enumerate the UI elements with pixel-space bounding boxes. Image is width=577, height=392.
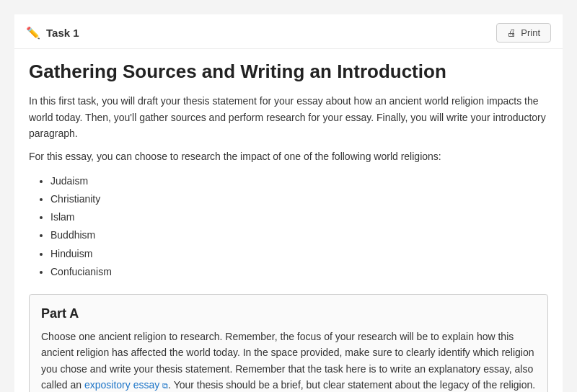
part-a-description: Choose one ancient religion to research.… <box>41 329 536 392</box>
print-label: Print <box>521 27 540 38</box>
pencil-icon: ✏️ <box>26 26 40 40</box>
list-item: Islam <box>50 208 548 226</box>
intro-paragraph-1: In this first task, you will draft your … <box>29 93 548 141</box>
page-container: ✏️ Task 1 🖨 Print Gathering Sources and … <box>14 14 563 392</box>
task-header: ✏️ Task 1 🖨 Print <box>14 14 563 49</box>
list-item: Judaism <box>50 172 548 190</box>
part-a-heading: Part A <box>41 306 536 321</box>
task-title-row: ✏️ Task 1 <box>26 26 79 40</box>
printer-icon: 🖨 <box>507 27 516 38</box>
intro-paragraph-2: For this essay, you can choose to resear… <box>29 148 548 164</box>
list-item: Hinduism <box>50 245 548 263</box>
content-area: Gathering Sources and Writing an Introdu… <box>14 49 563 392</box>
external-link-icon: ⧉ <box>162 381 168 390</box>
expository-essay-link[interactable]: expository essay ⧉ <box>84 379 168 391</box>
task-label: Task 1 <box>46 27 79 39</box>
part-a-section: Part A Choose one ancient religion to re… <box>29 294 548 392</box>
list-item: Christianity <box>50 190 548 208</box>
list-item: Buddhism <box>50 226 548 244</box>
religions-list: Judaism Christianity Islam Buddhism Hind… <box>50 172 548 281</box>
print-button[interactable]: 🖨 Print <box>496 23 551 43</box>
page-title: Gathering Sources and Writing an Introdu… <box>29 61 548 83</box>
list-item: Confucianism <box>50 263 548 281</box>
